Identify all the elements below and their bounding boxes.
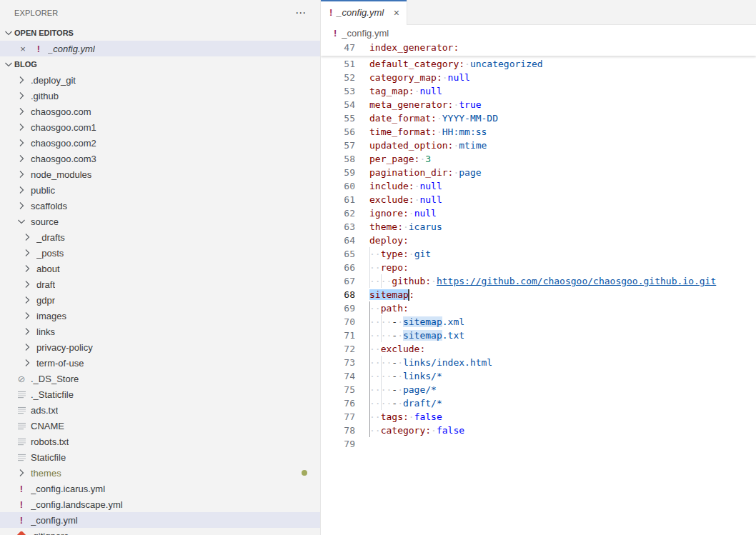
tree-item-config-yml[interactable]: !_config.yml bbox=[0, 512, 320, 528]
code-content[interactable]: ····-·links/* bbox=[369, 369, 756, 383]
line-number[interactable]: 63 bbox=[321, 220, 369, 234]
line-number[interactable]: 67 bbox=[321, 274, 369, 288]
tree-item-config-icarus-yml[interactable]: !_config.icarus.yml bbox=[0, 481, 320, 496]
tree-item-cname[interactable]: CNAME bbox=[0, 418, 320, 434]
code-line[interactable]: 69··path: bbox=[321, 301, 756, 315]
code-content[interactable]: default_category:·uncategorized bbox=[369, 57, 756, 71]
code-content[interactable]: updated_option:·mtime bbox=[369, 139, 756, 152]
line-number[interactable]: 59 bbox=[321, 166, 369, 179]
code-content[interactable]: ··exclude: bbox=[369, 342, 756, 356]
code-line[interactable]: 53tag_map:·null bbox=[321, 84, 756, 98]
tree-item-ads-txt[interactable]: ads.txt bbox=[0, 402, 320, 418]
line-number[interactable]: 78 bbox=[321, 424, 369, 437]
line-number[interactable]: 71 bbox=[321, 329, 369, 342]
code-content[interactable]: ····-·sitemap.xml bbox=[369, 315, 756, 329]
code-content[interactable]: ··tags:·false bbox=[369, 410, 756, 424]
code-line[interactable]: 64deploy: bbox=[321, 234, 756, 247]
tree-item-gitignore[interactable]: .gitignore bbox=[0, 528, 320, 535]
tree-item-github[interactable]: .github bbox=[0, 88, 320, 104]
line-number[interactable]: 52 bbox=[321, 71, 369, 84]
line-number[interactable]: 47 bbox=[321, 41, 369, 54]
line-number[interactable]: 62 bbox=[321, 206, 369, 220]
tree-item-scaffolds[interactable]: scaffolds bbox=[0, 198, 320, 214]
line-number[interactable]: 77 bbox=[321, 410, 369, 424]
close-icon[interactable]: × bbox=[17, 44, 29, 54]
code-content[interactable] bbox=[369, 437, 756, 451]
line-number[interactable]: 68 bbox=[321, 288, 369, 301]
code-line[interactable]: 57updated_option:·mtime bbox=[321, 139, 756, 152]
code-content[interactable]: ····-·page/* bbox=[369, 383, 756, 396]
tree-item-links[interactable]: links bbox=[0, 324, 320, 339]
code-line[interactable]: 77··tags:·false bbox=[321, 410, 756, 424]
code-line[interactable]: 79 bbox=[321, 437, 756, 451]
tree-item-robots-txt[interactable]: robots.txt bbox=[0, 434, 320, 449]
line-number[interactable]: 70 bbox=[321, 315, 369, 329]
line-number[interactable]: 76 bbox=[321, 396, 369, 410]
line-number[interactable]: 64 bbox=[321, 234, 369, 247]
code-line[interactable]: 54meta_generator:·true bbox=[321, 98, 756, 111]
tree-item-ds-store[interactable]: ⊘._DS_Store bbox=[0, 371, 320, 386]
line-number[interactable]: 72 bbox=[321, 342, 369, 356]
line-number[interactable]: 54 bbox=[321, 98, 369, 111]
line-number[interactable]: 60 bbox=[321, 179, 369, 193]
close-icon[interactable]: × bbox=[392, 7, 401, 19]
code-line[interactable]: 58per_page:·3 bbox=[321, 152, 756, 166]
tree-item-drafts[interactable]: _drafts bbox=[0, 229, 320, 245]
tree-item-staticfile[interactable]: ._Staticfile bbox=[0, 386, 320, 402]
open-editor-item-config-yml[interactable]: × ! _config.yml bbox=[0, 41, 320, 56]
code-content[interactable]: ··repo: bbox=[369, 261, 756, 274]
tree-item-themes[interactable]: themes bbox=[0, 465, 320, 481]
code-content[interactable]: sitemap: bbox=[369, 288, 756, 301]
code-line[interactable]: 56time_format:·HH:mm:ss bbox=[321, 125, 756, 139]
code-line[interactable]: 59pagination_dir:·page bbox=[321, 166, 756, 179]
code-content[interactable]: ····-·sitemap.txt bbox=[369, 329, 756, 342]
line-number[interactable]: 66 bbox=[321, 261, 369, 274]
tree-item-staticfile[interactable]: Staticfile bbox=[0, 449, 320, 465]
code-line[interactable]: 73····-·links/index.html bbox=[321, 356, 756, 369]
open-editors-header[interactable]: OPEN EDITORS bbox=[0, 25, 320, 41]
code-content[interactable]: meta_generator:·true bbox=[369, 98, 756, 111]
tree-item-config-landscape-yml[interactable]: !_config.landscape.yml bbox=[0, 496, 320, 512]
code-line[interactable]: 67····github:·https://github.com/chaosgo… bbox=[321, 274, 756, 288]
tree-item-public[interactable]: public bbox=[0, 182, 320, 198]
tree-item-chaosgoo-com[interactable]: chaosgoo.com bbox=[0, 104, 320, 119]
code-line[interactable]: 66··repo: bbox=[321, 261, 756, 274]
breadcrumb[interactable]: ! _config.yml bbox=[321, 25, 756, 41]
code-content[interactable]: exclude:·null bbox=[369, 193, 756, 206]
tab-config-yml[interactable]: ! _config.yml × bbox=[321, 0, 407, 25]
code-content[interactable]: include:·null bbox=[369, 179, 756, 193]
line-number[interactable]: 57 bbox=[321, 139, 369, 152]
code-content[interactable]: ··type:·git bbox=[369, 247, 756, 261]
code-content[interactable]: theme:·icarus bbox=[369, 220, 756, 234]
code-editor[interactable]: 47 index_generator: 51default_category:·… bbox=[321, 41, 756, 535]
code-line[interactable]: 68sitemap: bbox=[321, 288, 756, 301]
code-line[interactable]: 52category_map:·null bbox=[321, 71, 756, 84]
code-line[interactable]: 51default_category:·uncategorized bbox=[321, 57, 756, 71]
code-line[interactable]: 61exclude:·null bbox=[321, 193, 756, 206]
tree-item-node-modules[interactable]: node_modules bbox=[0, 166, 320, 182]
line-number[interactable]: 79 bbox=[321, 437, 369, 451]
code-line[interactable]: 74····-·links/* bbox=[321, 369, 756, 383]
tree-item-chaosgoo-com1[interactable]: chaosgoo.com1 bbox=[0, 119, 320, 135]
code-line[interactable]: 60include:·null bbox=[321, 179, 756, 193]
line-number[interactable]: 74 bbox=[321, 369, 369, 383]
tree-item-privacy-policy[interactable]: privacy-policy bbox=[0, 339, 320, 355]
code-line[interactable]: 76····-·draft/* bbox=[321, 396, 756, 410]
tree-item-deploy-git[interactable]: .deploy_git bbox=[0, 72, 320, 88]
line-number[interactable]: 73 bbox=[321, 356, 369, 369]
tree-item-chaosgoo-com2[interactable]: chaosgoo.com2 bbox=[0, 135, 320, 151]
code-content[interactable]: deploy: bbox=[369, 234, 756, 247]
line-number[interactable]: 53 bbox=[321, 84, 369, 98]
code-content[interactable]: category_map:·null bbox=[369, 71, 756, 84]
tree-item-source[interactable]: source bbox=[0, 214, 320, 229]
code-content[interactable]: date_format:·YYYY-MM-DD bbox=[369, 111, 756, 125]
tree-item-posts[interactable]: _posts bbox=[0, 245, 320, 261]
code-content[interactable]: ····-·draft/* bbox=[369, 396, 756, 410]
code-content[interactable]: ··path: bbox=[369, 301, 756, 315]
code-content[interactable]: per_page:·3 bbox=[369, 152, 756, 166]
more-actions-icon[interactable]: ⋯ bbox=[292, 6, 309, 19]
tree-item-chaosgoo-com3[interactable]: chaosgoo.com3 bbox=[0, 151, 320, 166]
tree-item-images[interactable]: images bbox=[0, 308, 320, 324]
code-content[interactable]: ····github:·https://github.com/chaosgoo/… bbox=[369, 274, 756, 288]
code-content[interactable]: ····-·links/index.html bbox=[369, 356, 756, 369]
